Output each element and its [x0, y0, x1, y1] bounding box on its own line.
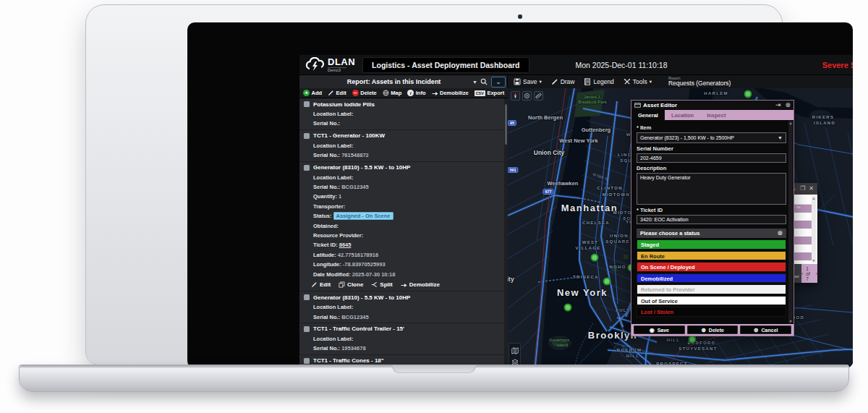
asset-field: Location Label:: [313, 333, 505, 343]
locate-icon[interactable]: [522, 91, 532, 101]
asset-marker[interactable]: [591, 254, 599, 262]
measure-icon[interactable]: [534, 91, 543, 101]
item-select[interactable]: Generator (8323) - 1,500 KW - to 2500HP▼: [637, 132, 786, 143]
cancel-button[interactable]: ⊗Cancel: [740, 325, 791, 334]
asset-field: Location Label:: [313, 302, 505, 311]
status-option[interactable]: On Scene / Deployed: [637, 262, 786, 272]
asset-field: Ticket ID: 8645: [313, 239, 505, 249]
status-option[interactable]: Returned to Provider: [637, 284, 786, 294]
description-input[interactable]: Heavy Duty Generator: [637, 173, 786, 205]
field-value: BCG12345: [341, 184, 369, 190]
status-option[interactable]: En Route: [637, 251, 786, 261]
asset-editor-panel: Asset Editor ⇥ ⊗ GeneralLocationInspect …: [631, 100, 794, 336]
dock-pin-icon[interactable]: ⇥: [775, 102, 781, 108]
field-value: 19534678: [341, 345, 365, 352]
demobilize-button[interactable]: Demobilize: [432, 90, 469, 96]
asset-marker[interactable]: [744, 90, 752, 98]
report-selector[interactable]: Report: Assets in this Incident: [299, 78, 469, 85]
next-page-icon[interactable]: ›: [816, 271, 817, 276]
edit-item-button[interactable]: Edit: [311, 281, 331, 288]
field-label: Location Label:: [313, 111, 353, 117]
list-item[interactable]: Potassium Iodide PillsLocation Label: Se…: [299, 98, 508, 130]
ticket-link[interactable]: 8645: [339, 242, 352, 248]
edit-icon: [328, 90, 334, 96]
tools-menu[interactable]: Tools▾: [624, 78, 652, 85]
asset-field: Transporter:: [313, 201, 505, 210]
info-button[interactable]: iInfo: [407, 90, 425, 96]
basemap-icon[interactable]: [509, 345, 520, 357]
split-item-button[interactable]: Split: [371, 281, 392, 288]
list-item[interactable]: Generator (8310) - 5.5 KW - to 10HPLocat…: [299, 291, 508, 323]
asset-list: Potassium Iodide PillsLocation Label: Se…: [299, 98, 508, 368]
edit-button[interactable]: Edit: [328, 90, 346, 96]
asset-title: TCT1 - Traffic Cones - 18": [313, 357, 384, 364]
sidebar-collapse-button[interactable]: ⌄: [491, 77, 506, 88]
demobilize-item-button[interactable]: Demobilize: [401, 281, 440, 288]
popup-scrollbar[interactable]: ▲▼: [812, 196, 816, 263]
laptop-base: [19, 365, 849, 392]
status-list: StagedEn RouteOn Scene / DeployedDemobil…: [637, 239, 786, 317]
asset-sidebar: +Add Edit −Delete Map iInfo Demobilize C…: [299, 88, 508, 368]
asset-marker[interactable]: [603, 278, 611, 286]
app-title-pill: Logistics - Asset Deployment Dashboard: [362, 57, 529, 73]
field-label: Serial No.:: [313, 152, 341, 158]
datetime: Mon 2025-Dec-01 11:10:18: [575, 55, 667, 75]
status-option[interactable]: Lost / Stolen: [637, 307, 786, 317]
popup-maximize-icon[interactable]: ❐: [800, 186, 805, 192]
field-label: Ticket ID:: [313, 242, 339, 248]
status-close-icon[interactable]: ⊗: [777, 230, 783, 237]
asset-field: Location Label:: [313, 172, 505, 182]
clone-item-button[interactable]: Clone: [339, 281, 363, 288]
asset-title: Generator (8310) - 5.5 KW - to 10HP: [313, 164, 410, 171]
map-toolbar: Save▾ Draw Legend Tools▾: [508, 75, 853, 88]
tab-inspect[interactable]: Inspect: [700, 110, 732, 120]
app-title: Logistics - Asset Deployment Dashboard: [372, 61, 519, 69]
add-icon: +: [303, 90, 310, 96]
list-item[interactable]: Generator (8310) - 5.5 KW - to 10HPLocat…: [299, 162, 508, 291]
prev-page-icon[interactable]: ‹: [801, 271, 803, 276]
field-label: Serial No.:: [313, 184, 341, 190]
popup-close-icon[interactable]: ✕: [809, 186, 814, 192]
asset-checkbox[interactable]: [304, 358, 310, 364]
tab-location[interactable]: Location: [665, 110, 700, 120]
report-dropdown-icon[interactable]: ▼: [472, 80, 477, 85]
asset-field: Longitude: -78.83970525993: [313, 259, 505, 268]
asset-checkbox[interactable]: [304, 326, 310, 332]
asset-marker[interactable]: [564, 304, 572, 312]
status-option[interactable]: Staged: [637, 239, 786, 250]
field-label: Location Label:: [313, 304, 353, 310]
add-button[interactable]: +Add: [303, 90, 322, 96]
ticket-input[interactable]: 3420: EOC Activation: [637, 215, 786, 224]
asset-checkbox[interactable]: [304, 133, 310, 139]
serial-label: Serial Number: [637, 145, 786, 152]
incident-alert: Severe Storm: [822, 61, 853, 69]
compass-icon[interactable]: [511, 91, 520, 101]
field-label: Latitude:: [313, 252, 338, 258]
asset-checkbox[interactable]: [304, 101, 310, 107]
save-menu[interactable]: Save▾: [514, 78, 542, 85]
status-option[interactable]: Demobilized: [637, 273, 786, 284]
export-button[interactable]: CSVExport: [475, 90, 505, 96]
delete-icon: −: [352, 90, 359, 96]
editor-close-icon[interactable]: ⊗: [785, 102, 791, 108]
asset-marker[interactable]: [689, 336, 697, 344]
info-icon: i: [407, 90, 414, 96]
serial-input[interactable]: 202-4659: [637, 153, 786, 163]
list-item[interactable]: TCT1 - Traffic Control Trailer - 15'Loca…: [299, 323, 508, 355]
asset-field: Serial No.: BCG12345: [313, 182, 505, 191]
delete-button[interactable]: ⊛Delete: [687, 325, 739, 334]
editor-buttons: ◉Save⊛Delete⊗Cancel: [631, 324, 793, 336]
delete-button[interactable]: −Delete: [352, 90, 377, 96]
sidebar-search-icon[interactable]: [480, 75, 488, 88]
list-item[interactable]: TCT1 - Generator - 100KWLocation Label: …: [299, 130, 508, 162]
tab-general[interactable]: General: [631, 110, 665, 120]
asset-checkbox[interactable]: [304, 294, 310, 300]
draw-button[interactable]: Draw: [551, 78, 575, 85]
status-badge: Assigned - On Scene: [333, 212, 393, 220]
save-button[interactable]: ◉Save: [634, 325, 685, 334]
status-option[interactable]: Out of Service: [637, 296, 786, 306]
editor-scrollbar[interactable]: ▲▼: [788, 121, 793, 323]
map-button[interactable]: Map: [383, 90, 402, 96]
legend-button[interactable]: Legend: [584, 78, 613, 85]
asset-checkbox[interactable]: [304, 165, 310, 171]
